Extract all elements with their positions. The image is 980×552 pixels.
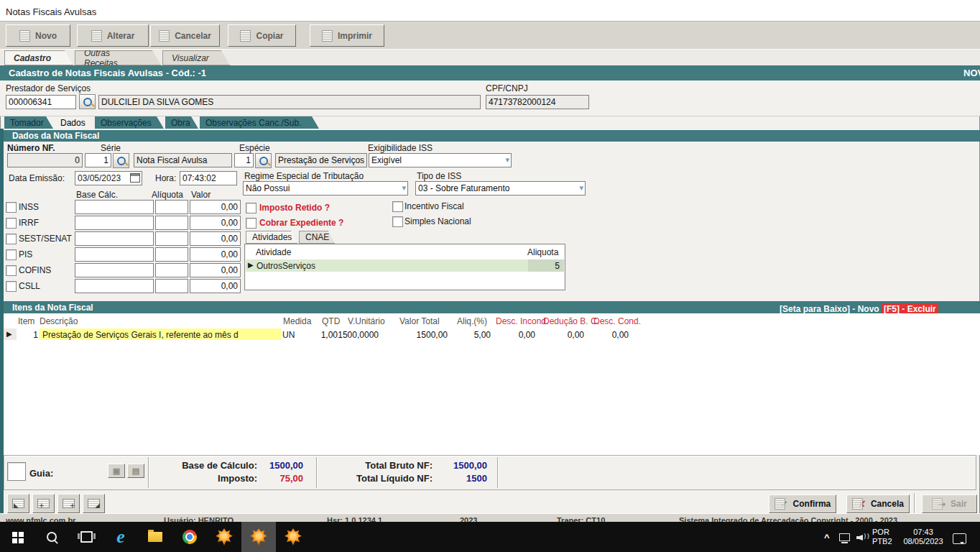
cancelar-button[interactable]: Cancelar xyxy=(150,24,220,47)
inss-checkbox[interactable] xyxy=(6,202,17,213)
chevron-down-icon: ▾ xyxy=(402,183,406,193)
language-indicator[interactable]: POR PTB2 xyxy=(872,528,892,546)
atividade-cell: OutrosServiços xyxy=(256,261,315,271)
serie-label: Série xyxy=(101,143,121,153)
internet-explorer-icon: e xyxy=(116,528,125,546)
hora-field[interactable] xyxy=(180,171,237,185)
tab-outras-receitas[interactable]: Outras Receitas xyxy=(75,50,161,65)
atividade-row[interactable]: ▶ OutrosServiços 5 xyxy=(246,259,564,272)
guia-preview-button[interactable]: ▣ xyxy=(108,464,125,478)
irrf-base-field[interactable] xyxy=(75,216,154,230)
confirma-button[interactable]: ✔ Confirma xyxy=(769,494,836,513)
imprimir-button[interactable]: Imprimir xyxy=(310,24,384,47)
subtab-dados[interactable]: Dados xyxy=(55,116,93,129)
prestador-name-field[interactable] xyxy=(98,95,481,109)
tray-chevron-up-icon[interactable]: ^ xyxy=(824,532,830,543)
item-row[interactable]: ▶ 1 Prestação de Serviços Gerais I, refe… xyxy=(4,328,980,340)
tab-cadastro[interactable]: Cadastro xyxy=(4,50,73,65)
pis-checkbox[interactable] xyxy=(6,249,17,260)
chrome-button[interactable] xyxy=(172,522,207,552)
printer-icon: ▤ xyxy=(132,466,139,476)
sest-senat-aliquota-field[interactable] xyxy=(155,231,188,246)
start-button[interactable] xyxy=(0,522,34,552)
tipo-iss-select[interactable]: 03 - Sobre Faturamento ▾ xyxy=(415,181,586,196)
cobrar-expediente-checkbox[interactable] xyxy=(246,218,256,229)
tab-visualizar[interactable]: Visualizar xyxy=(162,50,230,65)
copiar-button[interactable]: Copiar xyxy=(228,24,296,47)
irrf-aliquota-field[interactable] xyxy=(155,216,188,230)
action-center-icon[interactable] xyxy=(953,533,966,544)
subtab-dados-label: Dados xyxy=(60,118,85,128)
pis-valor-field[interactable] xyxy=(190,247,241,262)
prestador-code-field[interactable] xyxy=(6,95,76,109)
inss-base-field[interactable] xyxy=(75,200,154,214)
tab-cnae[interactable]: CNAE xyxy=(299,231,335,244)
csll-base-field[interactable] xyxy=(75,279,154,293)
regime-select[interactable]: Não Possui ▾ xyxy=(243,181,408,196)
imposto-retido-checkbox[interactable] xyxy=(246,203,256,213)
serie-search-button[interactable] xyxy=(113,153,129,168)
csll-valor-field[interactable] xyxy=(190,279,241,293)
nav-first-button[interactable] xyxy=(7,494,29,513)
cofins-aliquota-field[interactable] xyxy=(155,263,188,277)
inss-valor-field[interactable] xyxy=(190,200,241,214)
serie-search-icon xyxy=(117,157,126,165)
internet-explorer-button[interactable]: e xyxy=(103,522,138,552)
irrf-valor-field[interactable] xyxy=(190,216,241,230)
app-window-1-button[interactable] xyxy=(207,522,241,552)
sest-senat-base-field[interactable] xyxy=(75,231,154,246)
tab-atividades[interactable]: Atividades xyxy=(246,231,297,244)
cpf-cnpj-field[interactable] xyxy=(486,95,589,109)
incentivo-fiscal-checkbox[interactable] xyxy=(392,201,403,212)
nav-append-button[interactable] xyxy=(57,494,80,513)
sair-button[interactable]: → Sair xyxy=(922,494,977,513)
cofins-valor-field[interactable] xyxy=(190,263,241,277)
subtab-obra[interactable]: Obra xyxy=(165,116,198,129)
cofins-checkbox[interactable] xyxy=(6,265,17,276)
numero-nf-label: Número NF. xyxy=(7,143,55,153)
numero-nf-field[interactable] xyxy=(7,153,83,167)
sest-senat-valor-field[interactable] xyxy=(190,231,241,246)
especie-field[interactable] xyxy=(234,153,254,167)
cofins-base-field[interactable] xyxy=(75,263,154,277)
alterar-button[interactable]: Alterar xyxy=(77,24,149,47)
volume-icon[interactable] xyxy=(856,533,869,542)
app-window-2-button[interactable] xyxy=(241,522,276,552)
csll-checkbox[interactable] xyxy=(6,281,17,292)
inss-aliquota-field[interactable] xyxy=(155,200,188,214)
subtab-tomador[interactable]: Tomador xyxy=(4,116,53,129)
irrf-checkbox[interactable] xyxy=(6,218,17,229)
task-view-button[interactable] xyxy=(69,522,103,552)
novo-button[interactable]: Novo xyxy=(6,24,70,47)
exigibilidade-select[interactable]: Exigível ▾ xyxy=(369,153,512,167)
subtab-obs-canc[interactable]: Observações Canc./Sub. xyxy=(200,116,319,129)
pis-base-field[interactable] xyxy=(75,247,154,262)
subtab-observacoes-label: Observações xyxy=(101,118,152,128)
calendar-icon[interactable] xyxy=(130,173,140,183)
totals-divider xyxy=(148,457,149,488)
cancela-button[interactable]: ✘ Cancela xyxy=(846,494,910,513)
exigibilidade-label: Exigibilidade ISS xyxy=(368,143,433,153)
file-explorer-button[interactable] xyxy=(138,522,172,552)
serie-field[interactable] xyxy=(85,153,111,167)
nav-last-button[interactable] xyxy=(83,494,105,513)
csll-aliquota-field[interactable] xyxy=(155,279,188,293)
especie-search-icon xyxy=(259,157,268,165)
taskbar-search-button[interactable] xyxy=(34,522,69,552)
col-aliq: Aliq.(%) xyxy=(457,316,487,326)
prestador-search-button[interactable] xyxy=(79,94,96,109)
subtab-observacoes[interactable]: Observações xyxy=(95,116,164,129)
sest-senat-checkbox[interactable] xyxy=(6,234,17,244)
app-window-3-button[interactable] xyxy=(276,522,310,552)
copy-doc-icon xyxy=(240,30,251,42)
nav-insert-button[interactable] xyxy=(32,494,55,513)
guia-checkbox[interactable] xyxy=(7,462,26,481)
clock[interactable]: 07:43 08/05/2023 xyxy=(900,528,947,546)
data-emissao-field[interactable]: 03/05/2023 xyxy=(75,171,142,185)
pis-aliquota-field[interactable] xyxy=(155,247,188,262)
guia-print-button[interactable]: ▤ xyxy=(127,464,144,478)
simples-nacional-checkbox[interactable] xyxy=(392,216,403,227)
network-icon[interactable] xyxy=(839,533,850,541)
especie-search-button[interactable] xyxy=(255,153,272,168)
app-logo-icon xyxy=(285,528,302,546)
